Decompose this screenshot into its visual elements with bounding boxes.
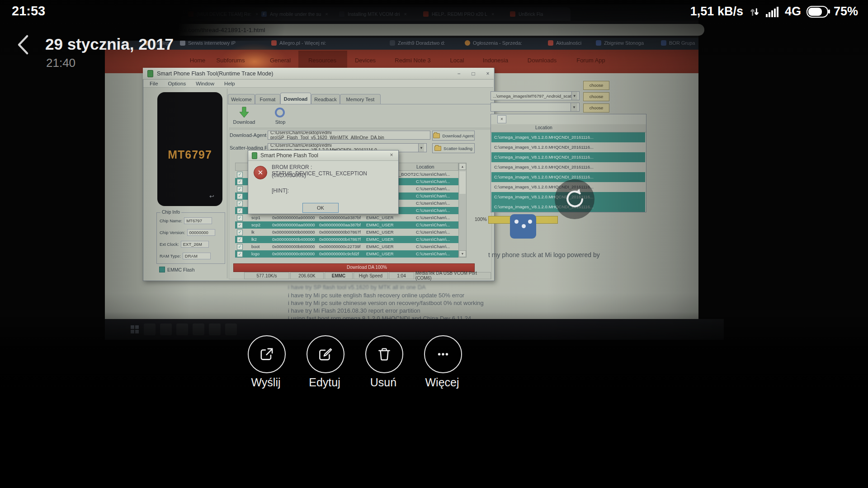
- bookmark-favicon: [548, 40, 553, 46]
- menu-options: Options: [168, 81, 186, 86]
- stop-icon: [275, 108, 285, 117]
- error-dialog: Smart Phone Flash Tool × ✕ BROM ERROR : …: [248, 150, 399, 214]
- forum-nav-item: Resources: [308, 57, 336, 64]
- forum-nav-item: Devices: [355, 57, 376, 64]
- checkbox-checked: ✓: [237, 208, 243, 214]
- tab-divider: [228, 104, 491, 104]
- windows-taskbar: [105, 319, 724, 340]
- taskbar-icon: [193, 324, 204, 335]
- tab-memory-test: Memory Test: [340, 94, 381, 104]
- facebook-icon: [661, 40, 666, 46]
- rotate-refresh-overlay: [555, 179, 594, 219]
- checkbox-checked: ✓: [237, 186, 243, 192]
- forum-nav-item: Downloads: [528, 57, 557, 64]
- dialog-title: Smart Phone Flash Tool: [260, 152, 318, 159]
- chip-info-panel: Chip Info Chip Name:MT6797 Chip Version:…: [156, 212, 225, 264]
- forum-favicon: F: [261, 11, 267, 17]
- usb-tool-icon: [510, 214, 536, 239]
- bookmark: Aktualności: [548, 40, 581, 46]
- tab-format: Format: [255, 94, 280, 104]
- refresh-icon: [562, 187, 587, 212]
- post-line: i have try Mi pc suite chinesse version …: [288, 300, 484, 306]
- table-row-lk2: ✓lk20x000000000b4000000x000000000b47867f…: [235, 236, 458, 243]
- minimize-button: −: [453, 70, 465, 78]
- flash-tool-titlebar: Smart Phone Flash Tool(Runtime Trace Mod…: [143, 68, 494, 80]
- dialog-titlebar: Smart Phone Flash Tool: [248, 150, 398, 161]
- error-hint: [HINT]:: [272, 188, 289, 194]
- tab-close-icon: ×: [491, 11, 494, 17]
- checkbox-checked: ✓: [237, 244, 243, 250]
- edit-icon: [317, 346, 334, 363]
- status-usb-mode: High Speed: [354, 272, 388, 279]
- bookmark-favicon: [390, 40, 395, 46]
- back-button[interactable]: [15, 34, 31, 57]
- miui-favicon: [510, 11, 515, 17]
- list-item: C:\omega_images_V8.1.2.0.MHQCNDI_2016111…: [491, 162, 645, 172]
- choose-button: choose: [583, 81, 609, 90]
- choose-button: choose: [583, 103, 609, 113]
- chevron-left-icon: [15, 34, 31, 55]
- table-row-logo: ✓logo0x000000000c8000000x000000000c9cfd2…: [235, 250, 458, 258]
- trash-icon: [376, 346, 393, 363]
- address-bar: i en.miui.com/thread-421891-1-1.html: [149, 24, 704, 36]
- bookmark: Zenith9 Doradztwo d:: [390, 40, 445, 46]
- page-info-icon: i: [156, 26, 163, 33]
- clock: 21:53: [12, 4, 45, 19]
- menu-window: Window: [196, 81, 214, 86]
- return-icon: ↩: [209, 193, 214, 200]
- edit-button[interactable]: [307, 335, 344, 373]
- checkbox-checked: ✓: [237, 172, 243, 178]
- forum-nav-item: Local: [450, 57, 464, 64]
- miui-favicon: [188, 11, 193, 17]
- download-agent-label: Download-Agent: [230, 132, 266, 138]
- browser-tab: HELP.. REDMI PRO x20 L×: [420, 7, 511, 21]
- status-size: 206.60K: [290, 272, 324, 279]
- app-icon: [147, 70, 153, 77]
- scroll-down-icon: ▼: [459, 250, 466, 257]
- emmc-flash-item: EMMC Flash: [159, 267, 195, 272]
- browser-tab: UnBrick Fla: [506, 7, 571, 21]
- tab-readback: Readback: [311, 94, 340, 104]
- checkbox-checked: ✓: [237, 251, 243, 257]
- bookmark: Serwis internetowy iP: [180, 40, 236, 46]
- forum-nav-item: Indonesia: [483, 57, 508, 64]
- taskbar-icon: [144, 324, 156, 335]
- browser-tab: instalacja china stable×: [127, 7, 188, 21]
- close-button: ×: [482, 70, 494, 78]
- browser-tab: [MIUI DEVICE TEAM] Re:×: [184, 7, 262, 21]
- download-button: Download: [228, 119, 260, 125]
- miui-favicon: [423, 11, 429, 17]
- panel-divider: [227, 89, 227, 278]
- scroll-up-icon: ▲: [459, 163, 466, 170]
- delete-button[interactable]: [365, 335, 403, 373]
- more-button[interactable]: [424, 335, 462, 373]
- dropdown-arrow-icon: ▼: [571, 103, 577, 111]
- device-render: MT6797 ↩: [157, 92, 222, 206]
- status-speed: 577.10K/s: [244, 272, 289, 279]
- taskbar-icon: [160, 324, 172, 335]
- checkbox-checked: ✓: [237, 201, 243, 206]
- error-code: (0xC0050001): [272, 172, 306, 178]
- scatter-button: Scatter-loading: [432, 143, 475, 153]
- status-flash-type: EMMC: [325, 272, 353, 279]
- empty-field: ▼: [491, 103, 580, 112]
- tab-favicon: [339, 11, 344, 17]
- dropdown-arrow-icon: ▼: [571, 92, 577, 100]
- folder-icon: [434, 146, 441, 151]
- forum-nav-item: Subforums: [217, 57, 245, 64]
- share-icon: [258, 346, 275, 363]
- battery-percent: 75%: [834, 5, 858, 19]
- photo-viewer-image: instalacja china stable× [MIUI DEVICE TE…: [0, 0, 868, 488]
- tab-favicon: [131, 11, 137, 17]
- download-icon: [239, 107, 250, 118]
- scatter-path-field: ...\omega_images\MT6797_Android_scatter.…: [491, 91, 580, 100]
- close-icon: ×: [497, 115, 506, 123]
- mi-flash-progress: 100%: [475, 216, 487, 222]
- share-button[interactable]: [248, 335, 286, 373]
- more-label[interactable]: Więcej: [406, 376, 478, 389]
- back-icon: [114, 26, 123, 35]
- post-line: i have try Mi pc suite english flash rec…: [288, 292, 464, 299]
- post-line: i have try SP flash tool v5.1620 by MTK …: [288, 284, 426, 291]
- checkbox-checked: ✓: [237, 230, 243, 235]
- bookmark: BOR Grupa: [661, 40, 695, 46]
